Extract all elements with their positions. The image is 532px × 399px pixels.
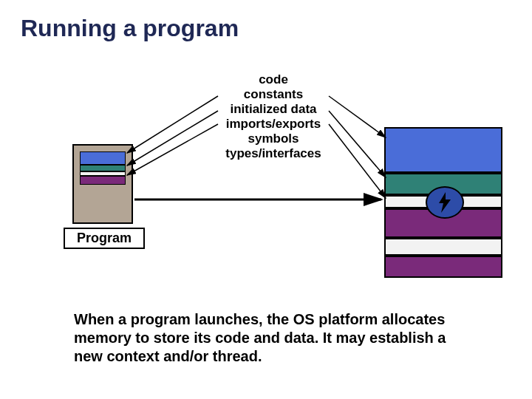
thread-icon	[426, 186, 464, 219]
code-item: types/interfaces	[200, 146, 347, 161]
program-file-box	[72, 144, 133, 224]
segment-other	[80, 176, 126, 185]
lightning-bolt-icon	[437, 192, 452, 213]
program-label: Program	[64, 228, 145, 249]
code-item: constants	[200, 87, 347, 102]
slide-title: Running a program	[21, 15, 239, 42]
code-item: imports/exports	[200, 117, 347, 132]
code-item: initialized data	[200, 102, 347, 117]
mem-segment-stack	[384, 256, 502, 278]
segment-const	[80, 165, 126, 171]
code-item: code	[200, 72, 347, 87]
mem-segment-code	[384, 127, 502, 173]
mem-segment-gap	[384, 238, 502, 256]
caption-text: When a program launches, the OS platform…	[74, 310, 473, 366]
code-item: symbols	[200, 132, 347, 146]
code-contents-list: code constants initialized data imports/…	[200, 72, 347, 161]
segment-code	[80, 151, 126, 165]
